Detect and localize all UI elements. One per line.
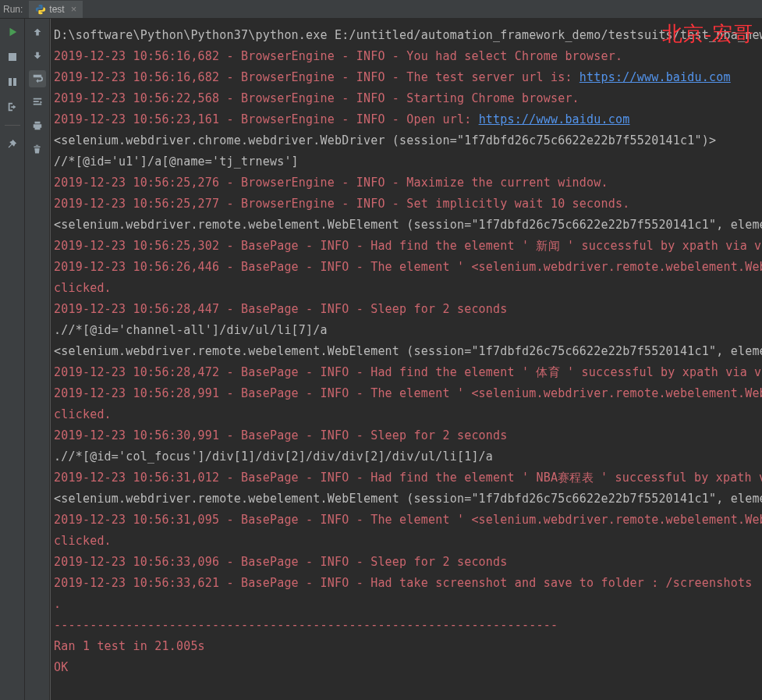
stop-icon[interactable] [4, 48, 21, 66]
run-tab-test[interactable]: test × [29, 1, 83, 18]
rerun-icon[interactable] [4, 23, 21, 41]
console-output[interactable]: 北京-宏哥 D:\software\Python\Python37\python… [50, 19, 762, 700]
console-line: .//*[@id='channel-all']/div/ul/li[7]/a [54, 320, 759, 341]
console-line: 2019-12-23 10:56:23,161 - BrowserEngine … [54, 109, 759, 130]
console-line: 2019-12-23 10:56:31,095 - BasePage - INF… [54, 510, 759, 531]
tab-name: test [49, 4, 64, 15]
delete-icon[interactable] [29, 140, 46, 158]
console-line: clicked. [54, 531, 759, 552]
svg-rect-0 [9, 53, 16, 61]
console-line: 2019-12-23 10:56:28,991 - BasePage - INF… [54, 383, 759, 404]
console-line: OK [54, 657, 759, 678]
console-line: 2019-12-23 10:56:25,277 - BrowserEngine … [54, 194, 759, 215]
console-line: 2019-12-23 10:56:28,447 - BasePage - INF… [54, 299, 759, 320]
run-toolbar-right [25, 19, 50, 700]
console-line: <selenium.webdriver.chrome.webdriver.Web… [54, 130, 759, 151]
print-icon[interactable] [29, 117, 46, 134]
console-line: 2019-12-23 10:56:26,446 - BasePage - INF… [54, 257, 759, 278]
console-line: <selenium.webdriver.remote.webelement.We… [54, 215, 759, 236]
console-line: 2019-12-23 10:56:16,682 - BrowserEngine … [54, 67, 759, 88]
console-line: 2019-12-23 10:56:28,472 - BasePage - INF… [54, 362, 759, 383]
scroll-to-end-icon[interactable] [29, 94, 46, 111]
console-line: .//*[@id='col_focus']/div[1]/div[2]/div/… [54, 446, 759, 467]
console-line: 2019-12-23 10:56:22,568 - BrowserEngine … [54, 88, 759, 109]
console-line: 2019-12-23 10:56:25,302 - BasePage - INF… [54, 236, 759, 257]
exit-icon[interactable] [4, 98, 21, 115]
console-link[interactable]: https://www.baidu.com [479, 112, 630, 126]
console-line: 2019-12-23 10:56:25,276 - BrowserEngine … [54, 172, 759, 194]
svg-rect-1 [9, 78, 12, 86]
console-line: . [54, 594, 759, 615]
console-line: 2019-12-23 10:56:31,012 - BasePage - INF… [54, 467, 759, 489]
pause-icon[interactable] [4, 73, 21, 91]
console-line: 2019-12-23 10:56:30,991 - BasePage - INF… [54, 425, 759, 446]
console-line: clicked. [54, 404, 759, 425]
console-line: <selenium.webdriver.remote.webelement.We… [54, 341, 759, 362]
run-tool-window-header: Run: test × [0, 0, 762, 19]
svg-rect-2 [13, 78, 16, 86]
python-file-icon [35, 4, 46, 15]
console-line: Ran 1 test in 21.005s [54, 636, 759, 657]
pin-icon[interactable] [4, 135, 21, 152]
run-label: Run: [3, 4, 23, 15]
soft-wrap-icon[interactable] [29, 70, 46, 87]
console-line: <selenium.webdriver.remote.webelement.We… [54, 489, 759, 510]
console-line: 2019-12-23 10:56:33,096 - BasePage - INF… [54, 552, 759, 573]
console-line: clicked. [54, 278, 759, 299]
console-line: D:\software\Python\Python37\python.exe E… [54, 25, 759, 46]
console-link[interactable]: https://www.baidu.com [579, 70, 731, 84]
run-toolbar-left [0, 19, 25, 700]
console-line: ----------------------------------------… [54, 615, 759, 636]
scroll-down-icon[interactable] [29, 47, 46, 64]
console-line: //*[@id='u1']/a[@name='tj_trnews'] [54, 151, 759, 172]
console-line: 2019-12-23 10:56:33,621 - BasePage - INF… [54, 573, 759, 594]
console-line: 2019-12-23 10:56:16,682 - BrowserEngine … [54, 46, 759, 67]
close-tab-icon[interactable]: × [71, 3, 77, 15]
scroll-up-icon[interactable] [29, 23, 46, 41]
